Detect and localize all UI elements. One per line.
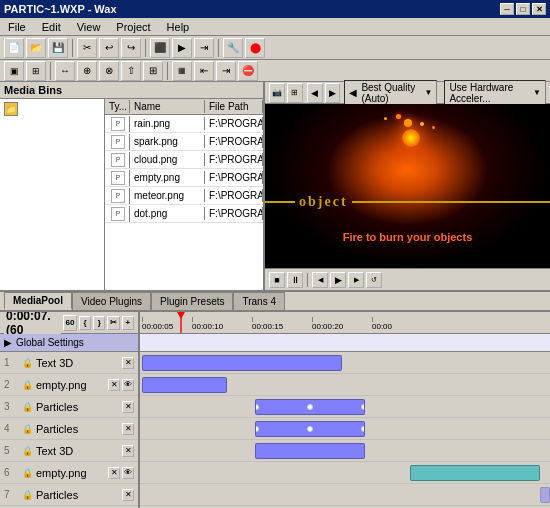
track-clip-6[interactable] [410, 465, 540, 481]
timeline-track-2 [140, 374, 550, 396]
tb-c[interactable]: ↔ [55, 61, 75, 81]
frame-back-btn[interactable]: ◀ [312, 272, 328, 288]
open-btn[interactable]: 📂 [26, 38, 46, 58]
quality-dropdown[interactable]: ◀ Best Quality (Auto) ▼ [344, 80, 437, 106]
prev-frame-btn[interactable]: ◀ [307, 83, 323, 103]
minimize-button[interactable]: ─ [500, 3, 514, 15]
tb-j[interactable]: ⇥ [216, 61, 236, 81]
snip-btn[interactable]: ✂ [107, 316, 119, 330]
timeline-right: 00:00:05 00:00:10 00:00:15 00:00:20 00:0… [140, 312, 550, 508]
close-button[interactable]: ✕ [532, 3, 546, 15]
track-label-2: 2 🔒 empty.png ✕ 👁 [0, 374, 138, 396]
track-close-6[interactable]: ✕ [108, 467, 120, 479]
redo-btn[interactable]: ↪ [121, 38, 141, 58]
cut-btn[interactable]: ✂ [77, 38, 97, 58]
hardware-dropdown[interactable]: Use Hardware Acceler... ▼ [444, 80, 546, 106]
next-frame-btn[interactable]: ▶ [325, 83, 341, 103]
clip-handle-mid-3[interactable] [307, 404, 313, 410]
track-clip-4[interactable] [255, 421, 365, 437]
track-close-1[interactable]: ✕ [122, 357, 134, 369]
clip-handle-left-4[interactable] [255, 426, 259, 432]
tb-a[interactable]: ▣ [4, 61, 24, 81]
track-close-2[interactable]: ✕ [108, 379, 120, 391]
hardware-arrow-down: ▼ [533, 88, 541, 97]
tb-h[interactable]: ▦ [172, 61, 192, 81]
global-settings-row[interactable]: ▶ Global Settings [0, 334, 138, 352]
track-lock-1: 🔒 [20, 356, 34, 370]
list-item[interactable]: P spark.png F:\PROGRA... [105, 133, 263, 151]
preview-snap-btn[interactable]: 📷 [269, 83, 285, 103]
tb-k[interactable]: ⛔ [238, 61, 258, 81]
track-close-3[interactable]: ✕ [122, 401, 134, 413]
list-item[interactable]: P meteor.png F:\PROGRA... [105, 187, 263, 205]
menu-edit[interactable]: Edit [38, 20, 65, 34]
tb-b[interactable]: ⊞ [26, 61, 46, 81]
tb-i[interactable]: ⇤ [194, 61, 214, 81]
timeline-ruler: 00:00:05 00:00:10 00:00:15 00:00:20 00:0… [140, 312, 550, 334]
mark-out-btn[interactable]: } [93, 316, 105, 330]
list-item[interactable]: P empty.png F:\PROGRA... [105, 169, 263, 187]
track-eye-2[interactable]: 👁 [122, 379, 134, 391]
tb6[interactable]: 🔧 [223, 38, 243, 58]
new-btn[interactable]: 📄 [4, 38, 24, 58]
tb-g[interactable]: ⊞ [143, 61, 163, 81]
track-clip-5[interactable] [255, 443, 365, 459]
ruler-mark-4: 00:00 [372, 322, 392, 331]
bin-folder-icon: 📁 [4, 102, 18, 116]
frame-fwd-btn[interactable]: ▶ [348, 272, 364, 288]
loop-btn[interactable]: ↺ [366, 272, 382, 288]
list-item[interactable]: P rain.png F:\PROGRA... [105, 115, 263, 133]
track-clip-7[interactable] [540, 487, 550, 503]
tb5[interactable]: ⇥ [194, 38, 214, 58]
bins-tree[interactable]: 📁 [0, 99, 105, 290]
tab-pluginpresets[interactable]: Plugin Presets [151, 292, 233, 310]
track-label-5: 5 🔒 Text 3D ✕ [0, 440, 138, 462]
track-clip-1[interactable] [142, 355, 342, 371]
bin-root[interactable]: 📁 [2, 101, 102, 117]
track-close-5[interactable]: ✕ [122, 445, 134, 457]
tb-f[interactable]: ⇧ [121, 61, 141, 81]
tab-trans4[interactable]: Trans 4 [233, 292, 285, 310]
tab-videoplugins[interactable]: Video Plugins [72, 292, 151, 310]
track-num-2: 2 [4, 379, 18, 390]
clip-handle-right-3[interactable] [361, 404, 365, 410]
clip-handle-left-3[interactable] [255, 404, 259, 410]
tb4[interactable]: ▶ [172, 38, 192, 58]
file-name: rain.png [130, 117, 205, 130]
track-clip-3[interactable] [255, 399, 365, 415]
menu-file[interactable]: File [4, 20, 30, 34]
maximize-button[interactable]: □ [516, 3, 530, 15]
stop-btn[interactable]: ■ [269, 272, 285, 288]
clip-handle-mid-4[interactable] [307, 426, 313, 432]
menu-view[interactable]: View [73, 20, 105, 34]
tb3[interactable]: ⬛ [150, 38, 170, 58]
sep5 [167, 62, 168, 80]
save-btn[interactable]: 💾 [48, 38, 68, 58]
undo-btn[interactable]: ↩ [99, 38, 119, 58]
timecode-btn[interactable]: 60 [63, 315, 77, 331]
file-path: F:\PROGRA... [205, 117, 263, 130]
timeline-tracks-area[interactable] [140, 334, 550, 508]
tab-mediapool[interactable]: MediaPool [4, 292, 72, 310]
menu-help[interactable]: Help [163, 20, 194, 34]
track-close-7[interactable]: ✕ [122, 489, 134, 501]
menu-project[interactable]: Project [112, 20, 154, 34]
track-lock-6: 🔒 [20, 466, 34, 480]
zoom-btn[interactable]: + [122, 316, 134, 330]
tab-bar: MediaPool Video Plugins Plugin Presets T… [0, 292, 550, 312]
clip-handle-right-4[interactable] [361, 426, 365, 432]
list-item[interactable]: P cloud.png F:\PROGRA... [105, 151, 263, 169]
tb7[interactable]: ⬤ [245, 38, 265, 58]
track-close-4[interactable]: ✕ [122, 423, 134, 435]
mark-in-btn[interactable]: { [79, 316, 91, 330]
list-item[interactable]: P dot.png F:\PROGRA... [105, 205, 263, 223]
preview-crop-btn[interactable]: ⊞ [287, 83, 303, 103]
pause-btn[interactable]: ⏸ [287, 272, 303, 288]
track-clip-2[interactable] [142, 377, 227, 393]
track-eye-6[interactable]: 👁 [122, 467, 134, 479]
tb-d[interactable]: ⊕ [77, 61, 97, 81]
file-list-header: Ty... Name File Path [105, 99, 263, 115]
global-settings-track [140, 334, 550, 352]
play-btn[interactable]: ▶ [330, 272, 346, 288]
tb-e[interactable]: ⊗ [99, 61, 119, 81]
